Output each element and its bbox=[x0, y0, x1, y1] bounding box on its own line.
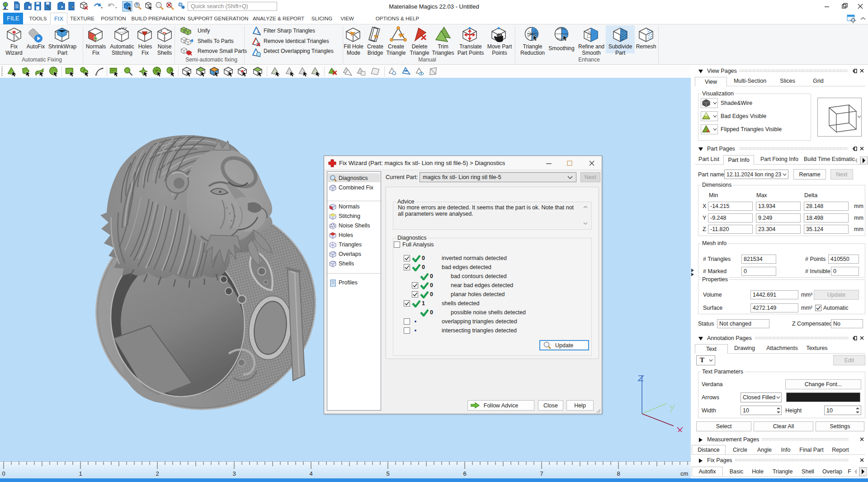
svg-text:cm: cm bbox=[680, 470, 688, 477]
svg-text:2: 2 bbox=[156, 470, 159, 477]
svg-text:6: 6 bbox=[463, 470, 466, 477]
svg-text:0: 0 bbox=[2, 470, 5, 477]
svg-text:1: 1 bbox=[79, 470, 82, 477]
svg-text:4: 4 bbox=[309, 470, 312, 477]
svg-text:5: 5 bbox=[386, 470, 389, 477]
svg-text:7: 7 bbox=[540, 470, 543, 477]
svg-text:8: 8 bbox=[617, 470, 620, 477]
svg-text:3: 3 bbox=[232, 470, 236, 477]
